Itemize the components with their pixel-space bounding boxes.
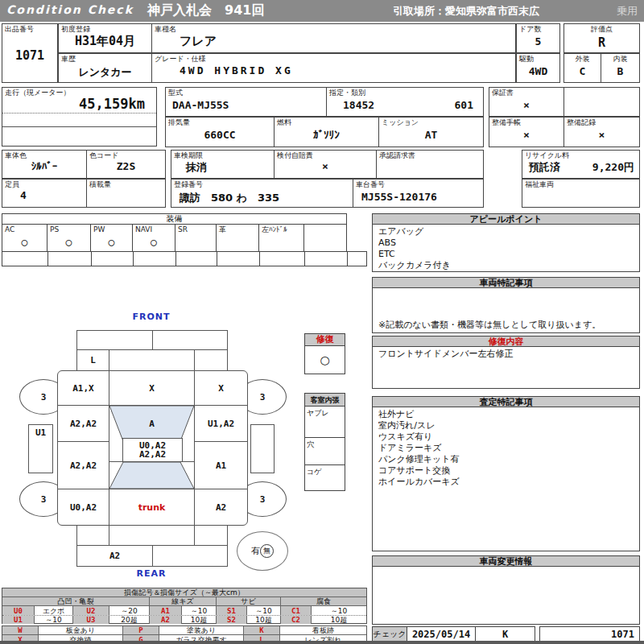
field-lot-number: 出品番号 1071	[2, 23, 58, 83]
field-body-color: 車体色 ｼﾙﾊﾞｰ	[2, 150, 87, 179]
change-info-box	[372, 566, 640, 625]
field-exterior-grade: 外装 C	[564, 53, 601, 83]
appeal-item: ABS	[378, 237, 634, 249]
brand-logo: Condition Check	[6, 3, 134, 16]
appeal-item: バックカメラ付き	[378, 260, 634, 271]
field-maintenance-book: 整備手帳 ×	[489, 117, 564, 147]
cabin-row-tear: ヤブレ	[304, 406, 345, 438]
legend-title: 損傷記号＆損傷サイズ（～最大cm）	[2, 588, 366, 597]
roof-code-2: A2,A2	[139, 450, 166, 459]
field-chassis-number: 車台番号 MJ55S-120176	[353, 179, 484, 208]
damage-legend-table: 損傷記号＆損傷サイズ（～最大cm） 凸凹・亀裂 線キズ サビ 腐食 U0 エクボ…	[2, 588, 367, 624]
equipment-ac: AC ○	[2, 224, 47, 252]
trunk: trunk	[109, 489, 195, 526]
cabin-row-hole: 穴	[304, 437, 345, 465]
legend-row-1: U0 エクボ U2 ～20 A1 ～10 S1 ～10 C1 ～10	[2, 606, 366, 615]
check-date: 2025/05/14	[407, 627, 476, 641]
appeal-header: アピールポイント	[372, 213, 640, 225]
door-front-right: U1,A2	[194, 405, 248, 442]
windshield-code: A	[149, 419, 155, 429]
assessment-notes-box: 社外ナビ 室内汚れ/スレ ウスキズ有り ドアミラーキズ パンク修理キット有 コア…	[372, 407, 640, 551]
check-lot-number: 1071	[539, 626, 640, 642]
field-approval-request: 承認請求書	[376, 150, 484, 179]
field-welfare-vehicle: 福祉車両	[522, 179, 640, 208]
vehicle-notes-disclaimer: ※記載のない書類・機器等は無しとして取り扱います。	[378, 320, 601, 331]
repair-box-header: 修復	[304, 333, 345, 346]
assessment-item: コアサポート交換	[378, 465, 634, 477]
door-front-left: A2,A2	[57, 405, 109, 442]
cowl-right	[194, 349, 228, 371]
check-inspector: K	[476, 627, 535, 641]
equipment-extra	[303, 224, 347, 252]
legend-row-3: W 板金あり P 塗装あり K 看板跡	[2, 626, 366, 635]
rear-bumper-corner-left	[76, 525, 109, 546]
repair-detail-item: フロントサイドメンバー左右修正	[378, 349, 634, 360]
field-drive: 駆動 4WD	[516, 53, 560, 83]
rear-glass-shape	[109, 462, 194, 489]
cowl-center	[109, 349, 195, 371]
legend-group-dent: 凸凹・亀裂	[2, 597, 150, 605]
cabin-row-burn: コゲ	[304, 464, 345, 491]
field-designation-class: 指定・類別 18452 601	[326, 87, 484, 117]
check-label: チェック	[372, 626, 407, 642]
legend-group-scratch: 線キズ	[150, 597, 217, 605]
equipment-empty-row	[2, 251, 367, 266]
field-mileage: 走行（現メーター） 45,159km	[2, 87, 157, 147]
rear-bumper-corner-right	[194, 525, 228, 546]
field-registration-number: 登録番号 諏訪 580 わ 335	[171, 179, 353, 208]
pickup-location: 引取場所：愛知県弥富市西末広	[393, 4, 539, 19]
field-warranty: 保証書 ×	[489, 87, 564, 117]
spare-tire-indicator: 有 無	[237, 531, 288, 571]
repair-details-header: 修復内容	[372, 336, 640, 347]
field-model-name: 車種名 フレア	[151, 23, 516, 53]
side-step-left: U1	[28, 424, 53, 473]
fender-front-left: A1,X	[57, 370, 109, 406]
field-doors: ドア数 5	[516, 23, 560, 53]
field-inspection-expiry: 車検期限 抹消	[171, 150, 275, 179]
field-displacement: 排気量 660CC	[165, 117, 275, 147]
mileage-divider-dotted	[2, 113, 156, 114]
quarter-right: A2	[194, 489, 248, 526]
equipment-left-handle: 左ﾊﾝﾄﾞﾙ	[258, 224, 304, 252]
cowl-left: L	[76, 349, 109, 371]
spare-has-label: 有	[251, 545, 260, 557]
door-rear-right: A1	[194, 441, 248, 489]
field-color-code: 色コード Z2S	[86, 150, 166, 179]
quarter-left: U0,A2	[57, 489, 109, 526]
roof: U0,A2 A2,A2	[122, 438, 183, 462]
assessment-item: ホイールカバーキズ	[378, 477, 634, 488]
rear-glass-area	[109, 461, 195, 489]
equipment-sr: SR	[175, 224, 217, 252]
equipment-navi: NAVI ○	[132, 224, 175, 252]
assessment-item: 室内汚れ/スレ	[378, 420, 634, 431]
assessment-item: 社外ナビ	[378, 409, 634, 420]
repair-details-box: フロントサイドメンバー左右修正	[372, 346, 640, 389]
assessment-notes-header: 査定特記事項	[372, 396, 640, 407]
spare-none-label: 無	[260, 544, 274, 558]
auction-title: 神戸入札会 941回	[147, 2, 264, 19]
appeal-item: ETC	[378, 249, 634, 260]
field-load-capacity: 積載量	[86, 179, 166, 208]
repair-box-value: ○	[304, 345, 345, 374]
appeal-box: エアバッグ ABS ETC バックカメラ付き	[372, 224, 640, 272]
fender-front-right: X	[194, 370, 248, 406]
field-score: 評価点 R	[564, 23, 640, 53]
diagram-rear-label: REAR	[115, 568, 188, 579]
field-fuel: 燃料 ｶﾞｿﾘﾝ	[274, 117, 379, 147]
mileage-divider-solid	[2, 126, 156, 127]
appeal-item: エアバッグ	[378, 226, 634, 237]
vehicle-notes-header: 車両特記事項	[372, 277, 640, 288]
field-interior-grade: 内装 B	[601, 53, 640, 83]
cabin-box-header: 客室内張	[304, 393, 345, 407]
hood: X	[109, 370, 195, 406]
rear-bumper: A2	[76, 545, 228, 567]
field-history: 車歴 レンタカー	[58, 53, 152, 83]
windshield-area: A	[109, 405, 195, 442]
field-capacity: 定員 4	[2, 179, 87, 208]
vehicle-class: 乗用	[617, 4, 638, 19]
field-transmission: ミッション AT	[378, 117, 484, 147]
equipment-leather: 革	[216, 224, 259, 252]
side-step-right	[250, 424, 275, 473]
assessment-item: ドアミラーキズ	[378, 443, 634, 454]
field-recycle-fee: リサイクル料 預託済 9,220円	[522, 150, 640, 179]
